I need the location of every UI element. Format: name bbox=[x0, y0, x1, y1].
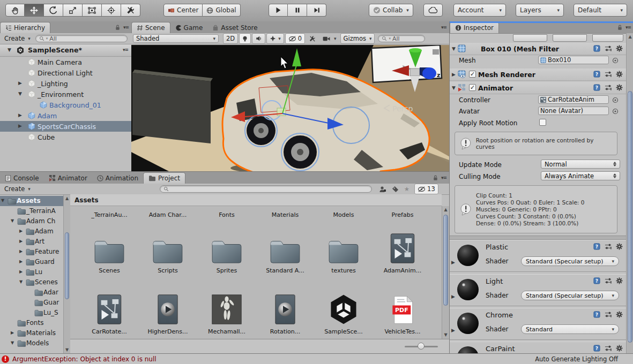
chevron-right-icon[interactable]: ▶ bbox=[451, 328, 455, 333]
grid-item-samplesce[interactable]: SampleSce... bbox=[317, 292, 370, 335]
chevron-down-icon[interactable]: ▼ bbox=[18, 91, 22, 96]
gear-icon[interactable] bbox=[616, 84, 623, 91]
lock-icon[interactable] bbox=[617, 24, 623, 31]
object-picker-icon[interactable] bbox=[612, 57, 619, 64]
tab-inspector[interactable]: Inspector bbox=[450, 22, 499, 33]
scene-camera-button[interactable]: ▾ bbox=[319, 35, 339, 42]
search-by-type-button[interactable] bbox=[376, 185, 389, 193]
tree-scrollbar[interactable]: ▲ ▼ bbox=[63, 195, 70, 354]
chevron-down-icon[interactable]: ▼ bbox=[11, 218, 14, 223]
clipped-button[interactable] bbox=[553, 34, 587, 42]
2d-toggle[interactable]: 2D bbox=[223, 33, 238, 44]
material-preview-sphere[interactable] bbox=[457, 245, 479, 266]
mesh-renderer-header[interactable]: ▶ ✓ Mesh Renderer ? bbox=[450, 69, 626, 81]
axis-gizmo-z-cone[interactable] bbox=[422, 67, 436, 79]
grid-item-mechamall[interactable]: Mechamall... bbox=[200, 292, 254, 335]
tree-item-scenes[interactable]: ▼Scenes bbox=[0, 277, 63, 287]
grid-item-terrainau[interactable]: _TerrainAu... bbox=[83, 211, 136, 218]
help-icon[interactable]: ? bbox=[593, 243, 600, 250]
grid-item-sprites[interactable]: Sprites bbox=[200, 231, 254, 274]
hierarchy-search-input[interactable]: ▾ All bbox=[35, 35, 128, 42]
inspector-scroll-thumb[interactable] bbox=[628, 91, 632, 343]
panel-menu-icon[interactable]: ▾≡ bbox=[123, 25, 129, 30]
chevron-right-icon[interactable]: ▶ bbox=[452, 72, 456, 77]
hierarchy-item-cube[interactable]: Cube bbox=[0, 132, 131, 142]
grid-scrollbar[interactable]: ▲ ▼ bbox=[442, 206, 449, 339]
gear-icon[interactable] bbox=[616, 45, 623, 52]
chevron-down-icon[interactable]: ▼ bbox=[452, 46, 456, 51]
tree-item-assets[interactable]: ▼Assets bbox=[0, 196, 63, 206]
play-button[interactable] bbox=[269, 4, 288, 17]
shader-dropdown[interactable]: Standard▾ bbox=[521, 324, 619, 334]
tree-item-models[interactable]: ▼Models bbox=[0, 338, 63, 348]
scene-tools-button[interactable] bbox=[306, 35, 318, 43]
tree-item-materials[interactable]: ▶Materials bbox=[0, 328, 63, 338]
grid-item-rotation[interactable]: Rotation... bbox=[258, 292, 312, 335]
gear-icon[interactable] bbox=[616, 345, 623, 352]
chevron-right-icon[interactable]: ▶ bbox=[19, 269, 23, 274]
chevron-right-icon[interactable]: ▶ bbox=[18, 80, 22, 86]
scene-visibility-toggle[interactable]: 0 bbox=[285, 33, 305, 44]
grid-item-materials[interactable]: Materials bbox=[258, 211, 312, 218]
grid-item-adam-char[interactable]: Adam Char... bbox=[141, 211, 195, 218]
scroll-down-icon[interactable]: ▼ bbox=[64, 346, 70, 354]
inspector-scrollbar[interactable]: ▲ bbox=[626, 33, 633, 353]
help-icon[interactable]: ? bbox=[593, 345, 600, 352]
chevron-down-icon[interactable]: ▼ bbox=[1, 198, 4, 203]
hierarchy-item-environment[interactable]: ▼_Environment bbox=[0, 89, 131, 100]
panel-menu-icon[interactable]: ▾≡ bbox=[625, 25, 631, 30]
scene-search-input[interactable]: ▾ All bbox=[378, 35, 425, 42]
tab-scene[interactable]: Scene bbox=[131, 22, 170, 33]
scroll-up-icon[interactable]: ▲ bbox=[442, 206, 449, 214]
mesh-renderer-enabled-checkbox[interactable]: ✓ bbox=[469, 71, 476, 78]
breadcrumb[interactable]: Assets bbox=[70, 194, 442, 206]
chevron-down-icon[interactable]: ▾ bbox=[334, 36, 337, 41]
tree-item-feature[interactable]: ▶Feature bbox=[0, 247, 63, 257]
apply-root-motion-checkbox[interactable] bbox=[539, 119, 546, 126]
tree-item-adam-ch[interactable]: ▼Adam Ch bbox=[0, 216, 63, 226]
tab-project[interactable]: Project bbox=[143, 172, 185, 184]
culling-mode-dropdown[interactable]: Always Animate bbox=[541, 171, 620, 180]
tree-item-guard[interactable]: ▶Guard bbox=[0, 257, 63, 267]
avatar-field[interactable]: None (Avatar) bbox=[538, 107, 609, 115]
tree-item-adar[interactable]: Adar bbox=[0, 287, 63, 298]
project-visibility-toggle[interactable]: 13 bbox=[414, 184, 438, 194]
grid-item-textures[interactable]: textures bbox=[317, 231, 370, 274]
chevron-right-icon[interactable]: ▶ bbox=[19, 239, 23, 244]
scene-header-row[interactable]: ▼ SampleScene* ▾≡ bbox=[0, 44, 131, 57]
animator-header[interactable]: ▼ ✓ Animator ? bbox=[450, 82, 626, 94]
hierarchy-item-lighting[interactable]: ▶_Lighting bbox=[0, 78, 131, 89]
collab-button[interactable]: Collab▾ bbox=[369, 4, 413, 17]
panel-menu-icon[interactable]: ▾≡ bbox=[441, 25, 446, 30]
hierarchy-create-button[interactable]: Create▾ bbox=[2, 34, 33, 43]
chevron-down-icon[interactable]: ▼ bbox=[452, 85, 456, 90]
help-icon[interactable]: ? bbox=[593, 311, 600, 318]
tab-asset-store[interactable]: Asset Store bbox=[207, 22, 262, 33]
grid-item-fonts[interactable]: Fonts bbox=[200, 211, 254, 218]
tree-item-terraina[interactable]: _TerrainA bbox=[0, 206, 63, 216]
gear-icon[interactable] bbox=[616, 243, 623, 250]
layers-dropdown[interactable]: Layers▾ bbox=[516, 4, 564, 17]
presets-icon[interactable] bbox=[605, 345, 612, 352]
panel-menu-icon[interactable]: ▾≡ bbox=[441, 175, 446, 180]
tool-custom-button[interactable] bbox=[121, 4, 140, 17]
clipped-button[interactable] bbox=[513, 34, 547, 42]
help-icon[interactable]: ? bbox=[593, 71, 600, 78]
chevron-down-icon[interactable]: ▾ bbox=[278, 36, 281, 41]
controller-field[interactable]: CarRotateAnim bbox=[538, 95, 609, 104]
animator-enabled-checkbox[interactable]: ✓ bbox=[469, 84, 476, 91]
hierarchy-item-sportscarchassis[interactable]: ▶SportsCarChassis bbox=[0, 121, 131, 132]
chevron-down-icon[interactable]: ▼ bbox=[19, 279, 23, 284]
lighting-status-text[interactable]: Auto Generate Lighting Off bbox=[535, 355, 618, 363]
tree-scroll-thumb[interactable] bbox=[65, 232, 69, 299]
tool-scale-button[interactable] bbox=[63, 4, 83, 17]
audio-toggle[interactable] bbox=[252, 33, 265, 44]
object-picker-icon[interactable] bbox=[612, 108, 619, 115]
lock-icon[interactable] bbox=[115, 24, 121, 31]
presets-icon[interactable] bbox=[605, 311, 612, 318]
material-preview-sphere[interactable] bbox=[457, 346, 479, 353]
grid-item-scripts[interactable]: Scripts bbox=[141, 231, 195, 274]
mesh-field[interactable]: Box010 bbox=[538, 56, 609, 64]
update-mode-dropdown[interactable]: Normal bbox=[541, 160, 620, 169]
step-button[interactable] bbox=[307, 4, 326, 17]
